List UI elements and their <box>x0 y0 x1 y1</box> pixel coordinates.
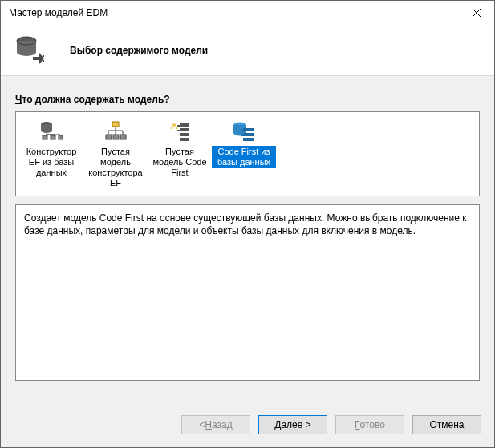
svg-rect-13 <box>120 135 126 139</box>
svg-point-15 <box>171 127 173 130</box>
wizard-content: Что должна содержать модель? Конструктор… <box>1 76 494 402</box>
svg-rect-17 <box>180 123 189 127</box>
svg-rect-28 <box>241 135 243 136</box>
option-label: Пустая модель Code First <box>148 146 212 179</box>
titlebar: Мастер моделей EDM <box>1 1 494 25</box>
svg-rect-18 <box>180 128 189 131</box>
next-button[interactable]: Далее > <box>258 415 327 434</box>
svg-rect-10 <box>112 122 119 127</box>
finish-button: Готово <box>335 415 404 434</box>
svg-rect-11 <box>106 135 112 139</box>
svg-rect-22 <box>177 130 180 131</box>
svg-rect-5 <box>43 60 44 62</box>
svg-point-16 <box>176 127 178 130</box>
option-ef-designer-from-db[interactable]: Конструктор EF из базы данных <box>19 117 83 180</box>
banner-icon <box>12 34 51 67</box>
database-plug-icon <box>15 34 47 67</box>
option-description: Создает модель Code First на основе суще… <box>15 204 480 381</box>
svg-rect-7 <box>43 135 47 139</box>
wizard-banner: Выбор содержимого модели <box>1 25 494 76</box>
option-label: Пустая модель конструктора EF <box>83 146 148 189</box>
window-title: Мастер моделей EDM <box>9 7 458 18</box>
svg-rect-27 <box>241 130 243 131</box>
db-designer-icon <box>19 119 83 146</box>
close-button[interactable] <box>458 1 494 25</box>
svg-point-14 <box>172 123 176 127</box>
svg-rect-12 <box>113 135 119 139</box>
svg-rect-26 <box>243 138 254 141</box>
option-label: Конструктор EF из базы данных <box>19 146 83 179</box>
codefirst-db-icon <box>212 119 276 146</box>
svg-rect-4 <box>43 55 44 57</box>
option-empty-ef-designer[interactable]: Пустая модель конструктора EF <box>83 117 148 191</box>
svg-rect-8 <box>51 135 55 139</box>
banner-heading: Выбор содержимого модели <box>70 45 208 56</box>
empty-codefirst-icon <box>148 119 212 146</box>
svg-rect-21 <box>177 125 180 127</box>
back-button: < Назад <box>181 415 250 434</box>
svg-rect-25 <box>243 133 254 136</box>
svg-rect-20 <box>180 138 189 141</box>
option-code-first-from-db[interactable]: Code First из базы данных <box>212 117 276 170</box>
prompt-label: Что должна содержать модель? <box>15 94 480 105</box>
close-icon <box>473 9 481 17</box>
option-label: Code First из базы данных <box>212 146 276 168</box>
cancel-button[interactable]: Отмена <box>412 415 481 434</box>
model-options-list[interactable]: Конструктор EF из базы данных Пустая мод… <box>15 111 480 196</box>
svg-rect-24 <box>243 128 254 131</box>
wizard-buttons: < Назад Далее > Готово Отмена <box>1 402 494 447</box>
option-empty-code-first[interactable]: Пустая модель Code First <box>148 117 212 180</box>
svg-rect-19 <box>180 133 189 136</box>
svg-rect-9 <box>59 135 63 139</box>
empty-designer-icon <box>83 119 148 146</box>
